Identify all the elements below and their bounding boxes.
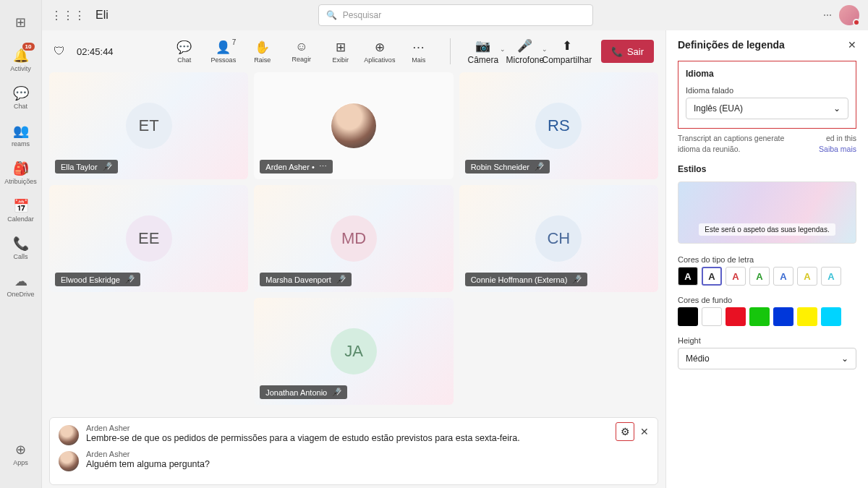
left-rail: ⊞ 10 🔔 Activity 💬 Chat 👥 reams 🎒 Atribui… [0,0,42,488]
shield-icon[interactable]: 🛡 [54,45,65,58]
learn-more-link[interactable]: Saiba mais [819,144,856,155]
bg-color-swatch[interactable] [749,307,770,326]
participant-initials: EE [126,215,172,262]
font-color-swatch[interactable]: A [749,267,770,286]
caption-avatar [59,425,79,445]
camera-off-icon: 📷 [475,38,490,53]
grid-icon[interactable]: ⋮⋮⋮ [51,9,85,22]
font-color-swatch[interactable]: A [702,267,722,286]
rail-onedrive[interactable]: ☁ OneDrive [3,267,39,304]
height-select[interactable]: Médio ⌄ [678,348,856,369]
people-icon: 👤7 [216,40,231,55]
participant-initials: RS [535,103,582,149]
rail-chat[interactable]: 💬 Chat [3,80,39,116]
chat-icon: 💬 [13,85,29,101]
participant-name-label: Connie Hoffmann (Externa)🎤̷ [465,273,588,286]
calendar-icon: 📅 [13,198,29,214]
teams-icon: 👥 [13,123,29,139]
search-input[interactable]: 🔍 Pesquisar [318,4,593,26]
plus-icon: ⊕ [15,442,26,458]
participant-initials: JA [331,328,377,374]
phone-icon: 📞 [13,236,29,252]
share-button[interactable]: ⬆Compartilhar [546,34,588,69]
mic-icon: 🎤 [517,38,532,53]
bg-color-swatch[interactable] [821,307,841,326]
rail-calls[interactable]: 📞 Calls [3,230,39,266]
mic-muted-icon: 🎤̷ [331,388,341,397]
caption-row: Arden AsherAlguém tem alguma pergunta? [59,450,649,471]
rail-apps[interactable]: ⊕ Apps [3,436,39,472]
chevron-down-icon: ⌄ [841,354,848,364]
language-section: Idioma Idioma falado Inglês (EUA) ⌄ [678,61,856,129]
font-color-swatch[interactable]: A [773,267,793,286]
chat-button[interactable]: 💬Chat [165,34,204,69]
bg-color-swatch[interactable] [726,307,746,326]
caption-message: Alguém tem alguma pergunta? [86,459,649,469]
font-color-swatch[interactable]: A [821,267,841,286]
participant-name-label: Jonathan Antonio🎤̷ [260,385,347,399]
mic-muted-icon: 🎤̷ [571,275,582,284]
participant-name-label: Marsha Davenport🎤̷ [260,273,352,286]
more-button[interactable]: ⋯Mais [399,34,438,69]
gear-icon: ⚙ [621,426,630,437]
waffle-menu[interactable]: ⊞ [3,4,39,40]
assignments-icon: 🎒 [13,160,29,176]
font-color-swatch[interactable]: A [797,267,817,286]
apps-button[interactable]: ⊕Aplicativos [360,34,399,69]
bg-color-swatch[interactable] [702,307,722,326]
participant-tile[interactable]: Arden Asher •⋯ [254,72,453,179]
participant-initials: ET [126,103,172,149]
rail-activity[interactable]: 10 🔔 Activity [3,42,39,78]
phone-down-icon: 📞 [611,46,623,57]
font-color-swatch[interactable]: A [678,267,698,286]
participant-tile[interactable]: EEElwood Eskridge🎤̷ [49,185,248,292]
camera-button[interactable]: 📷⌄Câmera [462,34,504,69]
raise-button[interactable]: ✋Raise [243,34,282,69]
participant-tile[interactable]: RSRobin Schneider🎤̷ [459,72,658,179]
bg-color-swatch[interactable] [797,307,817,326]
font-color-swatch[interactable]: A [726,267,746,286]
hand-icon: ✋ [255,40,270,55]
mic-muted-icon: 🎤̷ [534,162,544,171]
search-icon: 🔍 [326,10,337,20]
panel-close-button[interactable]: ✕ [848,39,856,51]
mic-muted-icon: 🎤̷ [102,162,112,171]
captions-settings-button[interactable]: ⚙ [616,422,634,441]
caption-avatar [59,451,79,471]
captions-close-button[interactable]: ✕ [637,423,652,440]
participant-tile[interactable]: JAJonathan Antonio🎤̷ [254,298,454,405]
participant-tile[interactable]: MDMarsha Davenport🎤̷ [254,185,453,292]
emoji-icon: ☺ [295,40,307,54]
rail-calendar[interactable]: 📅 Calendar [3,192,39,228]
participant-initials: CH [535,215,582,262]
user-avatar[interactable] [839,5,859,25]
bg-color-swatch[interactable] [773,307,793,326]
participant-tile[interactable]: ETElla Taylor🎤̷ [49,72,248,179]
cloud-icon: ☁ [14,273,27,289]
caption-message: Lembre-se de que os pedidos de permissõe… [86,433,649,443]
apps-icon: ⊕ [375,40,385,55]
participant-tile[interactable]: CHConnie Hoffmann (Externa)🎤̷ [459,185,658,292]
rail-assignments[interactable]: 🎒 Atribuições [3,155,39,191]
activity-badge: 10 [22,43,35,51]
react-button[interactable]: ☺Reagir [282,34,321,69]
more-icon: ⋯ [319,162,327,171]
participant-photo [331,103,377,149]
mic-button[interactable]: 🎤⌄Microfone [504,34,546,69]
caption-speaker: Arden Asher [86,424,649,432]
leave-button[interactable]: 📞Sair [601,40,654,63]
share-icon: ⬆ [562,38,572,53]
view-button[interactable]: ⊞Exibir [321,34,360,69]
more-icon[interactable]: ⋯ [823,10,832,20]
mic-muted-icon: 🎤̷ [336,275,346,284]
participant-name-label: Robin Schneider🎤̷ [465,160,550,174]
participant-name-label: Ella Taylor🎤̷ [55,160,118,174]
mic-muted-icon: 🎤̷ [124,275,135,284]
caption-speaker: Arden Asher [86,450,649,458]
people-button[interactable]: 👤7Pessoas [204,34,243,69]
spoken-language-select[interactable]: Inglês (EUA) ⌄ [686,98,848,119]
rail-teams[interactable]: 👥 reams [3,117,39,153]
participant-name-label: Arden Asher •⋯ [260,160,332,174]
participant-initials: MD [331,215,377,262]
bg-color-swatch[interactable] [678,307,698,326]
